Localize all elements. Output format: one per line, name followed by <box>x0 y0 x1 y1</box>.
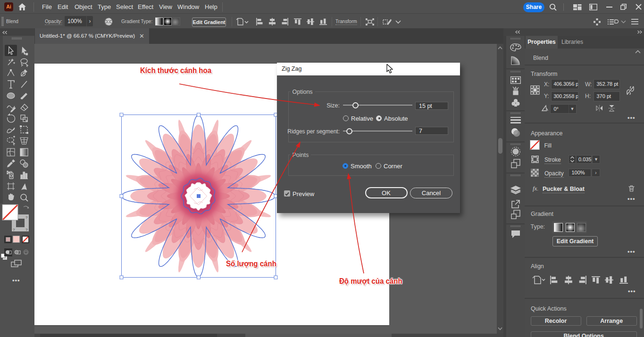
svg-text:?: ? <box>13 228 15 232</box>
svg-text:?: ? <box>25 228 28 232</box>
svg-text:?: ? <box>25 215 28 220</box>
